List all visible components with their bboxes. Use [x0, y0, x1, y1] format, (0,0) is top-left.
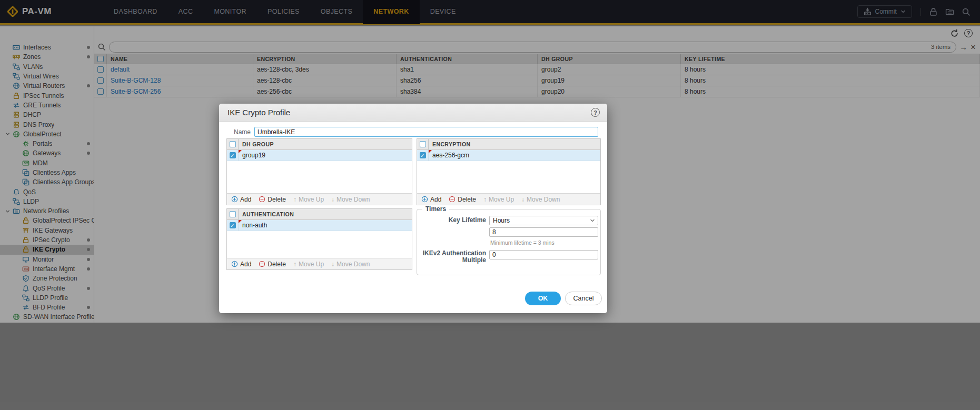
move-up-button[interactable]: ↑Move Up: [483, 196, 514, 203]
encryption-panel: ENCRYPTION ✓ aes-256-gcm Add Delete ↑Mov…: [417, 138, 601, 205]
modified-marker: [239, 150, 242, 153]
authentication-header: AUTHENTICATION: [239, 211, 294, 217]
modified-marker: [239, 220, 242, 223]
dialog-header: IKE Crypto Profile ?: [219, 104, 607, 122]
dialog-help-icon[interactable]: ?: [591, 108, 600, 117]
dh-group-row[interactable]: ✓ group19: [227, 150, 412, 161]
encryption-select-all-checkbox[interactable]: [420, 141, 426, 147]
ike-crypto-profile-dialog: IKE Crypto Profile ? Name DH GROUP ✓ gro…: [219, 104, 607, 313]
encryption-row-checkbox[interactable]: ✓: [420, 152, 426, 158]
dh-group-value: group19: [242, 152, 265, 159]
move-down-button[interactable]: ↓Move Down: [331, 196, 370, 203]
add-button[interactable]: Add: [231, 261, 251, 268]
chevron-down-icon: [589, 217, 596, 224]
modified-marker: [429, 150, 432, 153]
ikev2-authentication-multiple-input[interactable]: [489, 250, 598, 259]
add-button[interactable]: Add: [231, 196, 251, 203]
dialog-title: IKE Crypto Profile: [227, 108, 290, 117]
add-button[interactable]: Add: [421, 196, 441, 203]
move-up-button[interactable]: ↑Move Up: [293, 261, 324, 268]
key-lifetime-unit-value: Hours: [493, 217, 510, 224]
encryption-row[interactable]: ✓ aes-256-gcm: [417, 150, 600, 161]
name-label: Name: [226, 128, 251, 136]
delete-button[interactable]: Delete: [259, 196, 286, 203]
minimum-lifetime-note: Minimum lifetime = 3 mins: [489, 239, 598, 248]
key-lifetime-value-input[interactable]: [489, 227, 598, 237]
authentication-panel: AUTHENTICATION ✓ non-auth Add Delete ↑Mo…: [226, 208, 412, 270]
authentication-value: non-auth: [242, 222, 267, 229]
move-down-button[interactable]: ↓Move Down: [331, 261, 370, 268]
timers-legend: Timers: [422, 205, 449, 213]
dh-group-select-all-checkbox[interactable]: [230, 141, 236, 147]
cancel-button[interactable]: Cancel: [565, 292, 602, 305]
authentication-row[interactable]: ✓ non-auth: [227, 220, 412, 231]
authentication-row-checkbox[interactable]: ✓: [230, 222, 236, 228]
ok-button[interactable]: OK: [525, 292, 561, 305]
delete-button[interactable]: Delete: [259, 261, 286, 268]
key-lifetime-label: Key Lifetime: [421, 217, 486, 224]
dh-group-header: DH GROUP: [239, 141, 274, 147]
key-lifetime-unit-select[interactable]: Hours: [489, 216, 598, 225]
timers-fieldset: Timers Key Lifetime Hours Minimum lifeti…: [417, 209, 601, 275]
dh-group-panel: DH GROUP ✓ group19 Add Delete ↑Move Up ↓…: [226, 138, 412, 205]
dh-group-row-checkbox[interactable]: ✓: [230, 152, 236, 158]
authentication-select-all-checkbox[interactable]: [230, 211, 236, 217]
move-up-button[interactable]: ↑Move Up: [293, 196, 324, 203]
encryption-header: ENCRYPTION: [429, 141, 470, 147]
profile-name-input[interactable]: [254, 127, 598, 137]
delete-button[interactable]: Delete: [449, 196, 476, 203]
move-down-button[interactable]: ↓Move Down: [521, 196, 560, 203]
ikev2-authentication-multiple-label: IKEv2 Authentication Multiple: [421, 250, 486, 264]
encryption-value: aes-256-gcm: [432, 152, 469, 159]
